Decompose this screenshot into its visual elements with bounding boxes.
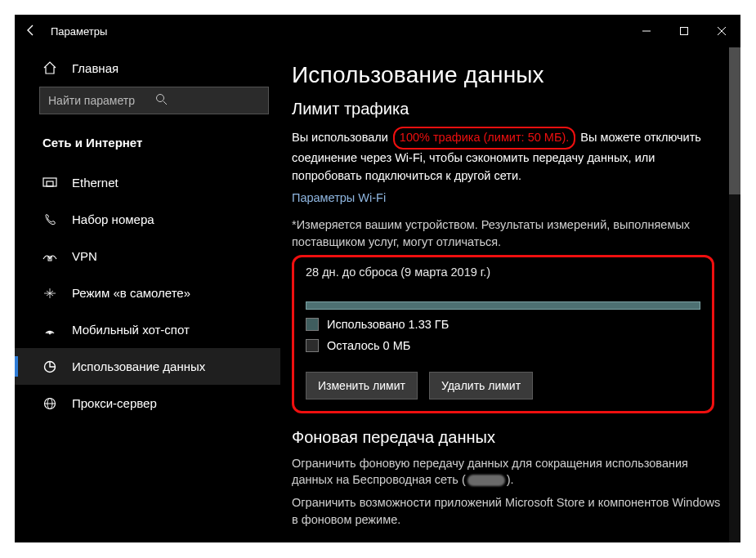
swatch-used: [306, 318, 319, 331]
window-title: Параметры: [47, 25, 628, 38]
sidebar-nav: Ethernet Набор номера VPN Режим «в самол…: [15, 164, 280, 422]
nav-label: Ethernet: [72, 176, 119, 190]
back-button[interactable]: [15, 24, 47, 39]
titlebar: Параметры: [15, 15, 740, 47]
nav-label: Режим «в самолете»: [72, 286, 190, 300]
data-usage-icon: [42, 360, 57, 373]
sidebar-item-proxy[interactable]: Прокси-сервер: [15, 385, 280, 422]
minimize-button[interactable]: [628, 15, 665, 47]
proxy-icon: [42, 397, 57, 410]
background-p2: Ограничить возможности приложений Micros…: [292, 494, 721, 528]
usage-bar: [306, 301, 700, 310]
remove-limit-button[interactable]: Удалить лимит: [429, 372, 533, 400]
redacted-network-name: [467, 475, 505, 486]
main-content: Использование данных Лимит трафика Вы ис…: [280, 47, 740, 542]
legend-used: Использовано 1.33 ГБ: [306, 318, 700, 331]
sidebar-item-vpn[interactable]: VPN: [15, 238, 280, 275]
svg-line-5: [163, 101, 167, 105]
wifi-settings-link[interactable]: Параметры Wi-Fi: [292, 191, 386, 204]
page-title: Использование данных: [292, 62, 721, 88]
change-limit-button[interactable]: Изменить лимит: [306, 372, 418, 400]
measurement-note: *Измеряется вашим устройством. Результат…: [292, 217, 721, 250]
reset-countdown: 28 дн. до сброса (9 марта 2019 г.): [306, 266, 700, 279]
search-placeholder: Найти параметр: [48, 94, 155, 107]
svg-rect-1: [681, 28, 688, 35]
svg-point-4: [156, 95, 163, 102]
nav-label: Использование данных: [72, 359, 205, 373]
maximize-button[interactable]: [665, 15, 703, 47]
usage-bar-fill: [306, 302, 700, 309]
limit-panel: 28 дн. до сброса (9 марта 2019 г.) Испол…: [292, 255, 714, 413]
ethernet-icon: [42, 177, 57, 189]
swatch-left: [306, 339, 319, 352]
sidebar-category: Сеть и Интернет: [15, 131, 280, 164]
phone-icon: [42, 213, 57, 226]
nav-label: Мобильный хот-спот: [72, 323, 190, 337]
legend-left: Осталось 0 МБ: [306, 339, 700, 352]
svg-rect-6: [43, 178, 56, 186]
scrollbar-thumb[interactable]: [729, 47, 740, 194]
sidebar-item-hotspot[interactable]: Мобильный хот-спот: [15, 311, 280, 348]
home-label: Главная: [72, 61, 119, 75]
sidebar-item-data-usage[interactable]: Использование данных: [15, 348, 280, 385]
nav-label: Прокси-сервер: [72, 396, 157, 410]
sidebar: Главная Найти параметр Сеть и Интернет E…: [15, 47, 280, 542]
nav-label: Набор номера: [72, 212, 154, 226]
nav-label: VPN: [72, 249, 97, 263]
svg-point-9: [49, 333, 51, 334]
background-p1: Ограничить фоновую передачу данных для с…: [292, 455, 721, 489]
vpn-icon: [42, 251, 57, 262]
window-controls: [628, 15, 740, 47]
traffic-highlight: 100% трафика (лимит: 50 МБ).: [393, 127, 575, 150]
sidebar-item-airplane[interactable]: Режим «в самолете»: [15, 275, 280, 311]
scrollbar-track[interactable]: [729, 47, 740, 542]
search-input[interactable]: Найти параметр: [39, 87, 269, 114]
settings-window: Параметры Главная Найти параметр: [15, 15, 740, 542]
airplane-icon: [42, 287, 57, 300]
svg-rect-7: [47, 181, 53, 186]
sidebar-item-ethernet[interactable]: Ethernet: [15, 164, 280, 201]
close-button[interactable]: [703, 15, 740, 47]
traffic-desc: Вы использовали 100% трафика (лимит: 50 …: [292, 127, 721, 185]
home-icon: [42, 60, 57, 75]
search-icon: [155, 93, 262, 108]
sidebar-item-dialup[interactable]: Набор номера: [15, 201, 280, 238]
hotspot-icon: [42, 324, 57, 336]
traffic-limit-title: Лимит трафика: [292, 100, 721, 118]
background-title: Фоновая передача данных: [292, 428, 721, 447]
home-nav[interactable]: Главная: [15, 52, 280, 87]
